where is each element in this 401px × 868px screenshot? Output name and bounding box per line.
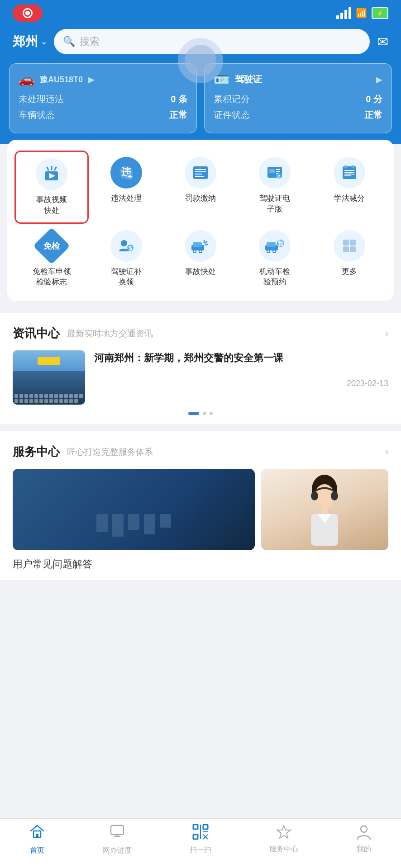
svg-rect-19	[276, 169, 280, 170]
scan-nav-icon	[191, 823, 210, 843]
nav-item-mine[interactable]: 我的	[348, 820, 379, 858]
svg-line-3	[47, 167, 48, 170]
license-arrow-icon: ▶	[376, 75, 382, 85]
service-exempt-check[interactable]: 免检 免检车申领检验标志	[14, 224, 89, 294]
svg-rect-67	[203, 825, 208, 829]
svg-rect-52	[350, 240, 356, 245]
svg-rect-16	[195, 176, 204, 177]
service-center-arrow-icon[interactable]: ›	[385, 446, 388, 458]
violation-value: 0 条	[171, 93, 187, 105]
svg-point-37	[194, 250, 196, 252]
news-thumbnail	[13, 350, 85, 405]
violation-label: 未处理违法	[19, 93, 64, 105]
service-fine[interactable]: 罚款缴纳	[163, 151, 238, 224]
svg-point-60	[331, 491, 338, 500]
service-label-violation: 违法处理	[111, 193, 142, 204]
search-input[interactable]: 搜索	[80, 35, 361, 48]
nav-item-progress[interactable]: 网办进度	[95, 819, 139, 859]
license-title: 驾驶证	[235, 73, 371, 85]
record-button[interactable]	[13, 5, 43, 22]
svg-rect-20	[276, 171, 280, 172]
svg-rect-14	[195, 171, 206, 172]
svg-point-39	[200, 250, 201, 252]
cards-row: 🚗 豫AU518T0 ▶ 未处理违法 0 条 车辆状态 正常 🪪 驾驶证 ▶ 累…	[0, 63, 401, 144]
svg-rect-28	[344, 172, 354, 173]
status-right: 📶 ⚡	[336, 7, 388, 19]
service-center-title: 服务中心	[13, 444, 60, 460]
svg-rect-63	[111, 826, 124, 835]
digital-license-icon: e	[259, 157, 291, 189]
svg-rect-53	[343, 246, 349, 252]
news-date: 2023-02-13	[94, 379, 388, 388]
license-card[interactable]: 🪪 驾驶证 ▶ 累积记分 0 分 证件状态 正常	[204, 63, 392, 133]
svg-rect-51	[343, 240, 349, 245]
status-left	[13, 5, 43, 22]
violation-icon: 违	[110, 157, 142, 189]
nav-label-service: 服务中心	[269, 844, 298, 854]
services-card: 事故视频快处 违 违法处理	[7, 140, 394, 301]
nav-label-mine: 我的	[357, 844, 371, 854]
svg-rect-15	[195, 174, 202, 175]
service-replace-license[interactable]: $ 驾驶证补换领	[89, 224, 163, 294]
nav-item-home[interactable]: 首页	[22, 819, 53, 859]
service-digital-license[interactable]: e 驾驶证电子版	[238, 151, 312, 224]
news-item[interactable]: 河南郑州：新学期，郑州交警的安全第一课 2023-02-13	[13, 350, 388, 405]
service-label-digital-license: 驾驶证电子版	[259, 193, 290, 215]
wifi-icon: 📶	[356, 8, 367, 19]
license-card-header: 🪪 驾驶证 ▶	[214, 72, 382, 87]
svg-point-46	[267, 250, 269, 252]
services-grid: 事故视频快处 违 违法处理	[14, 151, 387, 294]
svg-line-40	[205, 241, 207, 243]
service-img-main[interactable]: 服务中心 全心服务	[13, 469, 255, 550]
search-icon: 🔍	[63, 36, 75, 47]
svg-point-31	[121, 240, 127, 246]
vehicle-card-header: 🚗 豫AU518T0 ▶	[19, 72, 187, 87]
score-label: 累积记分	[214, 93, 250, 105]
city-selector[interactable]: 郑州 ⌄	[13, 33, 47, 50]
service-quick-accident[interactable]: 事故快处	[163, 224, 238, 294]
progress-nav-icon	[109, 823, 125, 843]
svg-rect-29	[344, 174, 354, 175]
news-title: 河南郑州：新学期，郑州交警的安全第一课	[94, 350, 388, 365]
news-section-subtitle: 最新实时地方交通资讯	[67, 328, 378, 340]
vehicle-status-row: 车辆状态 正常	[19, 109, 187, 121]
carousel-dots	[13, 412, 388, 415]
svg-point-48	[273, 250, 275, 252]
score-row: 累积记分 0 分	[214, 93, 382, 105]
license-icon: 🪪	[214, 72, 229, 87]
vehicle-icon: 🚗	[19, 72, 34, 87]
dot-inactive-2	[210, 412, 213, 415]
cert-status-value: 正常	[364, 109, 382, 121]
vehicle-arrow-icon: ▶	[88, 75, 95, 85]
vehicle-status-value: 正常	[169, 109, 187, 121]
header: 郑州 ⌄ 🔍 搜索 ✉	[0, 24, 401, 63]
service-more[interactable]: 更多	[312, 224, 387, 294]
news-section-title: 资讯中心	[13, 326, 60, 341]
service-center-subtitle: 匠心打造完整服务体系	[67, 446, 378, 458]
svg-rect-30	[344, 175, 351, 176]
service-accident-video[interactable]: 事故视频快处	[14, 151, 89, 224]
score-value: 0 分	[366, 93, 382, 105]
svg-rect-18	[269, 169, 275, 173]
svg-line-41	[205, 244, 208, 245]
record-dot-icon	[23, 8, 33, 18]
svg-rect-12	[193, 166, 208, 179]
service-center-header: 服务中心 匠心打造完整服务体系 ›	[13, 444, 388, 460]
search-bar[interactable]: 🔍 搜索	[54, 29, 370, 54]
mail-icon[interactable]: ✉	[377, 34, 388, 50]
vehicle-card[interactable]: 🚗 豫AU518T0 ▶ 未处理违法 0 条 车辆状态 正常	[9, 63, 197, 133]
service-vehicle-check[interactable]: 预 机动车检验预约	[238, 224, 312, 294]
vehicle-plate: 豫AU518T0	[40, 74, 83, 85]
service-img-side[interactable]	[261, 469, 388, 550]
dot-inactive-1	[203, 412, 206, 415]
service-study[interactable]: 学法减分	[312, 151, 387, 224]
nav-item-scan[interactable]: 扫一扫	[182, 819, 219, 859]
service-violation[interactable]: 违 违法处理	[89, 151, 163, 224]
exempt-check-icon: 免检	[36, 230, 67, 262]
svg-text:e: e	[278, 174, 281, 179]
svg-rect-25	[344, 165, 347, 168]
news-more-arrow-icon[interactable]: ›	[385, 328, 388, 340]
nav-item-service[interactable]: 服务中心	[262, 820, 306, 858]
svg-line-4	[55, 167, 56, 170]
svg-text:预: 预	[278, 240, 284, 247]
